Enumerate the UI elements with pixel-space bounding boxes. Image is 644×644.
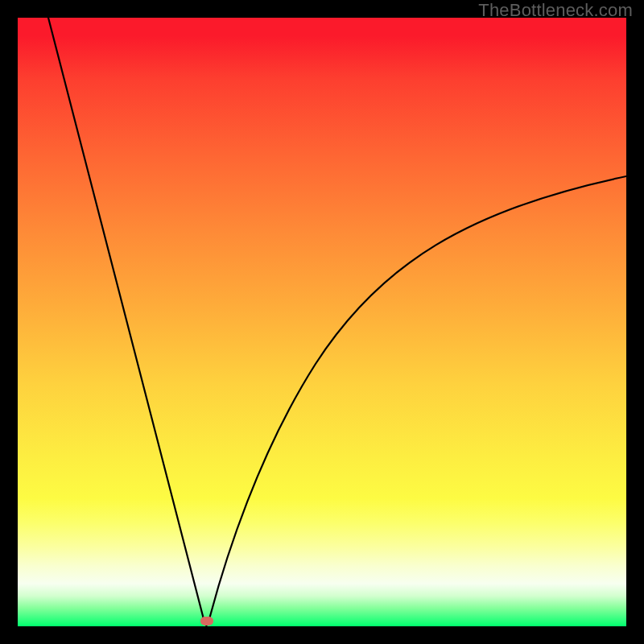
plot-area: [18, 18, 626, 626]
bottleneck-curve: [18, 18, 626, 626]
chart-frame: TheBottleneck.com: [0, 0, 644, 644]
optimal-point-marker: [200, 617, 213, 625]
curve-path: [48, 18, 626, 625]
watermark-text: TheBottleneck.com: [478, 0, 633, 21]
